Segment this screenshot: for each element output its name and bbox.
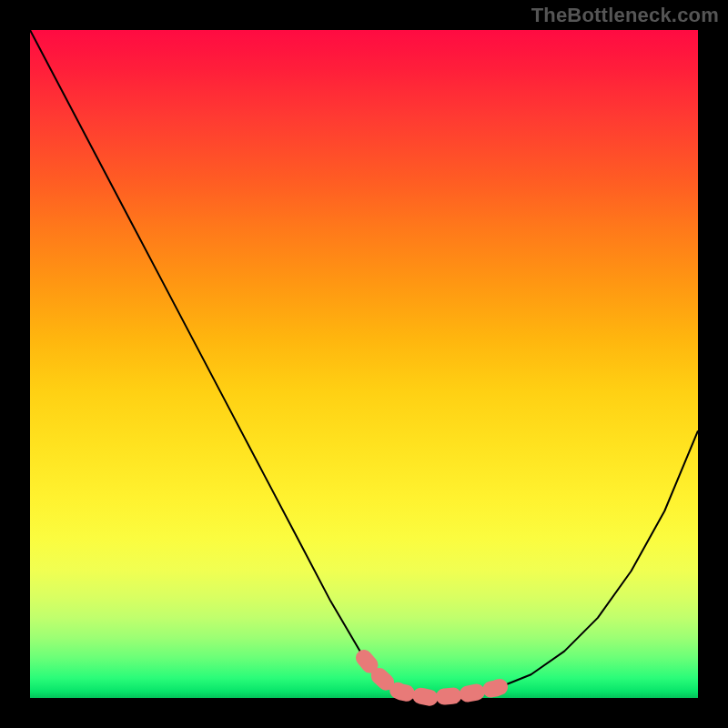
- plot-area: [30, 30, 698, 698]
- bottleneck-curve: [30, 30, 698, 698]
- attribution-text: TheBottleneck.com: [531, 4, 719, 27]
- plot-svg: [30, 30, 698, 698]
- chart-frame: TheBottleneck.com: [0, 0, 728, 728]
- optimal-zone-marker: [364, 658, 511, 698]
